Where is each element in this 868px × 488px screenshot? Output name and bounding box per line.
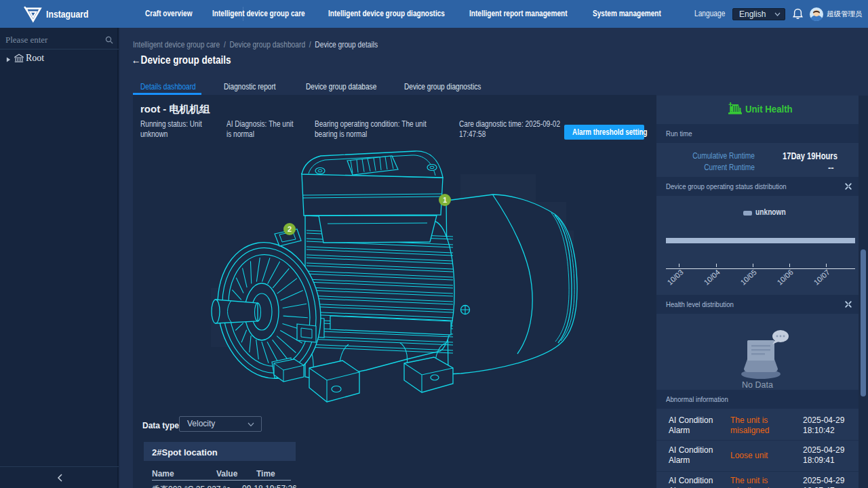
svg-text:2: 2: [288, 225, 292, 233]
svg-text:1: 1: [443, 196, 447, 204]
